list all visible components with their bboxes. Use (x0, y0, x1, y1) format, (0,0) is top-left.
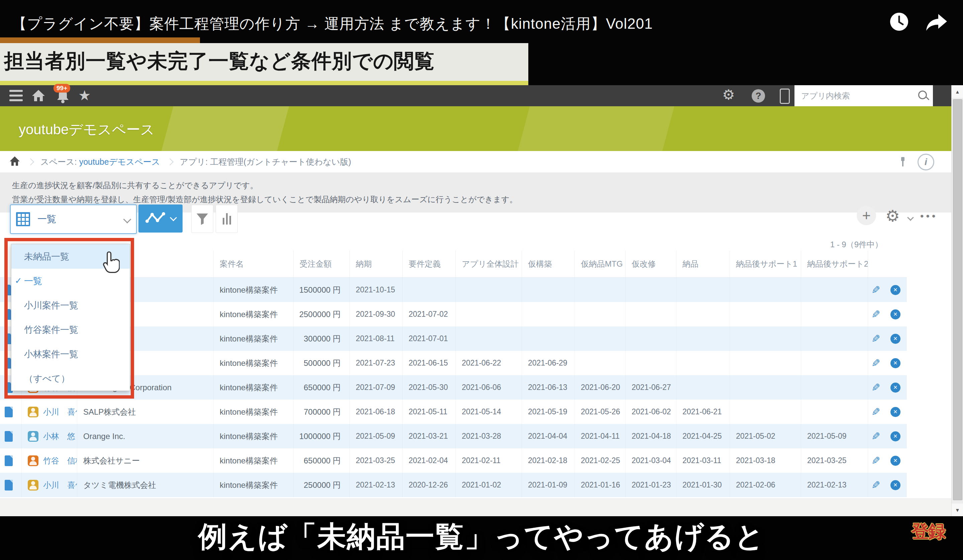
share-icon[interactable] (925, 13, 948, 33)
delete-icon[interactable]: ✕ (890, 358, 900, 368)
view-menu-item[interactable]: ✓ 小林案件一覧 (11, 342, 130, 366)
scrollbar[interactable]: ▲ ▼ (951, 85, 963, 516)
delete-icon[interactable]: ✕ (890, 480, 900, 490)
edit-pencil-icon[interactable]: ✎ (871, 284, 880, 296)
date-cell: 2021-06-15 (402, 351, 456, 375)
edit-pencil-icon[interactable]: ✎ (871, 455, 880, 467)
edit-pencil-icon[interactable]: ✎ (871, 430, 880, 443)
info-icon[interactable]: i (918, 154, 934, 170)
chevron-down-icon (123, 215, 131, 223)
space-title[interactable]: youtubeデモスペース (19, 120, 154, 139)
view-menu-item[interactable]: ✓ （すべて） (11, 366, 130, 391)
subscribe-badge: 登録 (911, 520, 945, 543)
assignee-name[interactable]: 小川 喜句 (43, 407, 77, 418)
table-row[interactable]: kintone構築案件 2500000 円 2021-09-30 2021-07… (0, 302, 907, 327)
delete-icon[interactable]: ✕ (890, 407, 900, 417)
view-selector[interactable]: 一覧 (10, 204, 137, 234)
edit-pencil-icon[interactable]: ✎ (871, 357, 880, 369)
home-icon[interactable] (31, 88, 46, 105)
date-cell (402, 278, 456, 302)
date-cell (522, 278, 574, 302)
favorite-star-icon[interactable]: ★ (78, 87, 91, 104)
date-cell: 2021-07-01 (402, 327, 456, 351)
graph-button[interactable] (138, 204, 183, 233)
settings-gear-icon[interactable]: ⚙ (722, 87, 735, 103)
pagination-top: 1 - 9（9件中） (796, 239, 883, 250)
breadcrumb-home-icon[interactable] (9, 155, 21, 168)
date-cell: 2021-07-02 (402, 302, 456, 327)
date-cell (730, 375, 801, 400)
chart-button[interactable] (216, 205, 238, 233)
edit-pencil-icon[interactable]: ✎ (871, 308, 880, 321)
scroll-down-arrow-icon[interactable]: ▼ (952, 503, 963, 516)
watch-later-icon[interactable] (890, 12, 909, 33)
assignee-name[interactable]: 竹谷 信枝 (43, 455, 77, 466)
date-cell: 2021-03-21 (402, 424, 456, 448)
delete-icon[interactable]: ✕ (890, 309, 900, 319)
table-row[interactable]: 小林 悠 Orange Inc. kintone構築案件 500000 円 20… (0, 351, 907, 375)
table-row[interactable]: 小川 喜句 SALP株式会社 kintone構築案件 700000 円 2021… (0, 400, 907, 424)
delete-icon[interactable]: ✕ (890, 334, 900, 344)
date-cell: 2021-04-18 (625, 424, 676, 448)
assignee-name[interactable]: 小川 喜句 (43, 480, 77, 490)
edit-pencil-icon[interactable]: ✎ (871, 332, 880, 345)
record-icon[interactable] (5, 407, 13, 418)
chevron-right-icon (166, 158, 173, 165)
date-cell: 2021-01-16 (574, 473, 625, 497)
assignee-name[interactable]: 小林 悠 (43, 431, 75, 442)
view-menu-item[interactable]: ✓ 小川案件一覧 (11, 293, 130, 317)
date-cell (456, 302, 522, 327)
hand-cursor-icon (102, 251, 120, 277)
video-frame: 【プラグイン不要】案件工程管理の作り方 → 運用方法 まで教えます！【kinto… (0, 0, 963, 560)
table-row[interactable]: 小川 喜句 タツミ電機株式会社 kintone構築案件 250000 円 202… (0, 473, 907, 497)
date-cell (801, 327, 868, 351)
edit-pencil-icon[interactable]: ✎ (871, 406, 880, 418)
column-header: アプリ全体設計 (456, 251, 522, 277)
delete-icon[interactable]: ✕ (890, 383, 900, 393)
mobile-device-icon[interactable] (780, 89, 790, 104)
date-cell: 2021-09-30 (349, 302, 402, 327)
project-name: kintone構築案件 (213, 400, 293, 424)
delete-icon[interactable]: ✕ (890, 285, 900, 295)
table-row[interactable]: 竹谷 信枝 North Digital Corporation kintone構… (0, 375, 907, 400)
delete-icon[interactable]: ✕ (890, 431, 900, 441)
breadcrumb-space[interactable]: スペース: youtubeデモスペース (41, 156, 160, 167)
menu-icon[interactable] (9, 90, 23, 101)
order-amount: 650000 円 (293, 448, 349, 473)
date-cell: 2021-01-09 (522, 473, 574, 497)
record-icon[interactable] (5, 480, 13, 490)
app-settings-gear-icon[interactable]: ⚙ (885, 207, 900, 225)
more-options-button[interactable]: ••• (920, 210, 938, 222)
edit-pencil-icon[interactable]: ✎ (871, 381, 880, 394)
column-header: 要件定義 (402, 251, 456, 277)
date-cell: 2021-03-28 (456, 424, 522, 448)
project-name: kintone構築案件 (213, 302, 293, 327)
filter-button[interactable] (191, 205, 213, 233)
column-header: 仮構築 (522, 251, 574, 277)
record-icon[interactable] (5, 431, 13, 442)
scrollbar-thumb[interactable] (953, 99, 962, 500)
pin-icon[interactable] (900, 156, 906, 168)
help-icon[interactable]: ? (752, 89, 765, 103)
scroll-up-arrow-icon[interactable]: ▲ (952, 85, 963, 98)
date-cell (676, 351, 730, 375)
date-cell: 2021-02-06 (730, 473, 801, 497)
table-row[interactable]: SouthEast kintone構築案件 1500000 円 2021-10-… (0, 278, 907, 302)
edit-pencil-icon[interactable]: ✎ (871, 479, 880, 492)
headline-text: 担当者別一覧や未完了一覧など条件別での閲覧 (4, 48, 435, 75)
order-amount: 650000 円 (293, 375, 349, 400)
table-row[interactable]: 小川 喜句 SIO株式会社 kintone構築案件 300000 円 2021-… (0, 327, 907, 351)
search-icon[interactable] (917, 89, 930, 103)
date-cell: 2021-03-25 (349, 448, 402, 473)
view-menu-item[interactable]: ✓ 竹谷案件一覧 (11, 317, 130, 342)
table-row[interactable]: 小林 悠 Orange Inc. kintone構築案件 1000000 円 2… (0, 424, 907, 448)
date-cell: 2021-04-04 (522, 424, 574, 448)
date-cell (625, 351, 676, 375)
date-cell (676, 278, 730, 302)
add-record-button[interactable]: + (857, 206, 876, 225)
customer-name: Orange Inc. (77, 424, 213, 448)
search-input[interactable] (794, 85, 915, 106)
record-icon[interactable] (5, 455, 13, 466)
delete-icon[interactable]: ✕ (890, 456, 900, 466)
table-row[interactable]: 竹谷 信枝 株式会社サニー kintone構築案件 650000 円 2021-… (0, 448, 907, 473)
